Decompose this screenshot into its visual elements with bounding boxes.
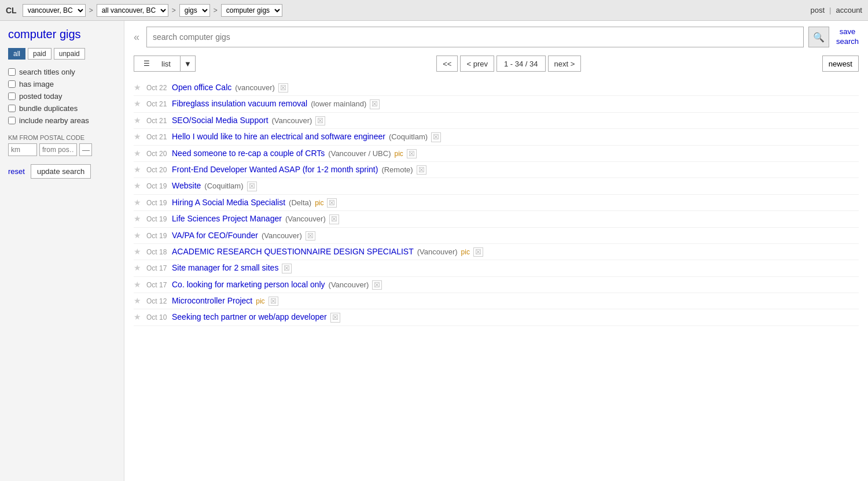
account-link[interactable]: account: [836, 6, 862, 14]
listing-title[interactable]: Site manager for 2 small sites: [172, 263, 278, 272]
tab-all[interactable]: all: [8, 48, 25, 60]
listing-title[interactable]: ACADEMIC RESEARCH QUESTIONNAIRE DESIGN S…: [172, 247, 414, 256]
listing-star[interactable]: ★: [134, 263, 143, 272]
listing-location: (Coquitlam): [204, 182, 243, 190]
listing-star[interactable]: ★: [134, 231, 143, 240]
listing-location: (lower mainland): [311, 99, 366, 108]
list-item: ★ Oct 21 SEO/Social Media Support (Vanco…: [134, 113, 859, 129]
postal-input[interactable]: [39, 143, 77, 156]
listing-star[interactable]: ★: [134, 280, 143, 289]
search-row: « 🔍 savesearch: [134, 27, 859, 47]
filter-has-image[interactable]: has image: [8, 80, 117, 88]
listing-title[interactable]: Microcontroller Project: [172, 296, 252, 305]
listing-title[interactable]: Fibreglass insulation vacuum removal: [172, 99, 307, 108]
content: « 🔍 savesearch ☰ list ▼ << < prev 1 - 34…: [124, 21, 868, 481]
sidebar-actions: reset update search: [8, 164, 117, 179]
checkbox-has-image[interactable]: [8, 80, 16, 88]
listing-star[interactable]: ★: [134, 214, 143, 223]
area-select[interactable]: all vancouver, BC: [97, 4, 168, 17]
tab-paid[interactable]: paid: [28, 48, 52, 60]
listing-close[interactable]: ☒: [330, 313, 340, 322]
checkbox-nearby-areas[interactable]: [8, 117, 16, 124]
listing-title[interactable]: Co. looking for marketing person local o…: [172, 280, 325, 289]
listing-close[interactable]: ☒: [407, 149, 417, 158]
listing-close[interactable]: ☒: [431, 132, 441, 142]
list-item: ★ Oct 18 ACADEMIC RESEARCH QUESTIONNAIRE…: [134, 244, 859, 260]
listing-date: Oct 19: [146, 199, 168, 207]
listing-star[interactable]: ★: [134, 83, 143, 92]
listing-star[interactable]: ★: [134, 296, 143, 305]
listing-close[interactable]: ☒: [269, 297, 278, 306]
listing-date: Oct 19: [146, 215, 168, 223]
list-item: ★ Oct 17 Co. looking for marketing perso…: [134, 277, 859, 293]
listing-title[interactable]: Hiring A Social Media Specialist: [172, 198, 285, 207]
filter-bundle-duplicates[interactable]: bundle duplicates: [8, 104, 117, 113]
listing-title[interactable]: Hello I would like to hire an electrical…: [172, 132, 385, 141]
listing-pic-label: pic: [461, 248, 470, 256]
listing-title[interactable]: Website: [172, 181, 201, 190]
listing-star[interactable]: ★: [134, 247, 143, 256]
listing-title[interactable]: VA/PA for CEO/Founder: [172, 231, 258, 240]
category1-select[interactable]: gigs: [179, 4, 210, 17]
listing-pic-label: pic: [256, 297, 264, 305]
listing-title[interactable]: Need someone to re-cap a couple of CRTs: [172, 149, 325, 158]
view-dropdown-arrow[interactable]: ▼: [180, 56, 195, 71]
listing-close[interactable]: ☒: [327, 198, 337, 208]
listing-close[interactable]: ☒: [329, 214, 339, 224]
listing-title[interactable]: Front-End Developer Wanted ASAP (for 1-2…: [172, 165, 378, 174]
listing-date: Oct 22: [146, 84, 168, 92]
pag-controls: << < prev 1 - 34 / 34 next >: [436, 56, 582, 72]
filter-posted-today[interactable]: posted today: [8, 92, 117, 101]
checkbox-posted-today[interactable]: [8, 92, 16, 100]
listing-location: (Coquitlam): [389, 132, 428, 141]
listing-close[interactable]: ☒: [372, 280, 382, 290]
collapse-button[interactable]: «: [134, 31, 139, 43]
view-select[interactable]: ☰ list ▼: [134, 56, 196, 72]
listing-star[interactable]: ★: [134, 181, 143, 190]
checkbox-search-titles[interactable]: [8, 68, 16, 76]
listing-close[interactable]: ☒: [315, 116, 325, 125]
listing-star[interactable]: ★: [134, 312, 143, 321]
newest-button[interactable]: newest: [822, 56, 859, 72]
listing-star[interactable]: ★: [134, 198, 143, 207]
target-location-button[interactable]: ⸻: [79, 143, 92, 156]
save-search-link[interactable]: savesearch: [836, 27, 859, 47]
filter-search-titles[interactable]: search titles only: [8, 68, 117, 76]
category2-select[interactable]: computer gigs: [221, 4, 282, 17]
listing-title[interactable]: Life Sciences Project Manager: [172, 214, 282, 223]
listing-star[interactable]: ★: [134, 116, 143, 125]
reset-link[interactable]: reset: [8, 167, 25, 176]
listing-close[interactable]: ☒: [370, 99, 380, 109]
next-page-button[interactable]: next >: [548, 56, 582, 72]
listing-close[interactable]: ☒: [306, 231, 315, 240]
list-item: ★ Oct 19 Life Sciences Project Manager (…: [134, 211, 859, 227]
city-select[interactable]: vancouver, BC: [23, 4, 86, 17]
update-search-button[interactable]: update search: [31, 164, 91, 179]
listing-star[interactable]: ★: [134, 165, 143, 174]
listing-close[interactable]: ☒: [247, 182, 257, 191]
post-link[interactable]: post: [810, 6, 825, 14]
listing-star[interactable]: ★: [134, 99, 143, 108]
search-input[interactable]: [146, 27, 804, 47]
listing-star[interactable]: ★: [134, 149, 143, 158]
tab-unpaid[interactable]: unpaid: [54, 48, 85, 60]
listing-title[interactable]: Open office Calc: [172, 83, 231, 92]
filter-nearby-areas[interactable]: include nearby areas: [8, 116, 117, 125]
listing-title[interactable]: SEO/Social Media Support: [172, 116, 269, 125]
prev-page-button[interactable]: < prev: [460, 56, 494, 72]
listing-title[interactable]: Seeking tech partner or web/app develope…: [172, 312, 327, 321]
listing-close[interactable]: ☒: [278, 83, 288, 92]
listing-close[interactable]: ☒: [473, 247, 483, 257]
list-item: ★ Oct 21 Fibreglass insulation vacuum re…: [134, 96, 859, 112]
arrow1: >: [89, 6, 93, 14]
listing-star[interactable]: ★: [134, 132, 143, 141]
km-input[interactable]: [8, 143, 37, 156]
listing-close[interactable]: ☒: [282, 264, 292, 273]
search-button[interactable]: 🔍: [808, 27, 829, 47]
topbar-right: post | account: [810, 6, 862, 14]
listing-date: Oct 18: [146, 248, 168, 256]
checkbox-bundle-duplicates[interactable]: [8, 105, 16, 112]
first-page-button[interactable]: <<: [436, 56, 458, 72]
listing-close[interactable]: ☒: [417, 165, 426, 175]
listing-location: (Vancouver): [329, 280, 369, 289]
